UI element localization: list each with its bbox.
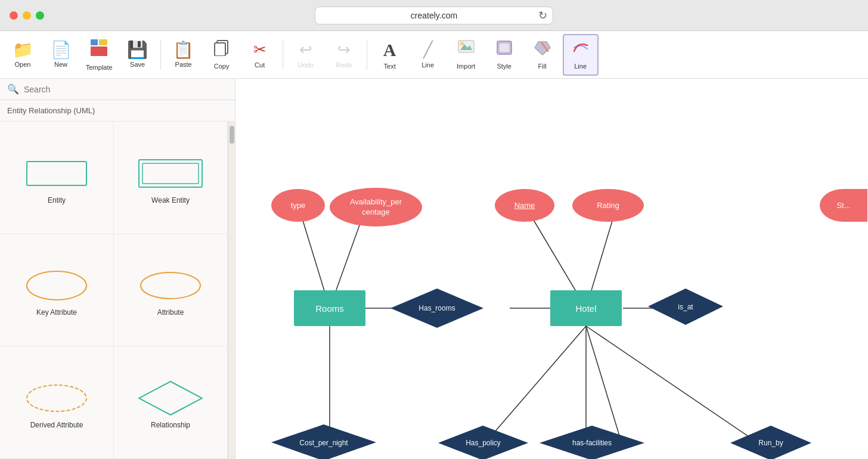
weak-entity-shape-svg xyxy=(138,156,203,191)
maximize-button[interactable] xyxy=(36,11,44,20)
shape-attribute[interactable]: Attribute xyxy=(114,234,228,347)
has-facilities-label: has-facilities xyxy=(572,439,612,447)
search-icon: 🔍 xyxy=(7,83,19,95)
rel-run-by[interactable]: Run_by xyxy=(729,424,813,459)
line-label: Line xyxy=(421,61,434,69)
line-button[interactable]: ╱ Line xyxy=(410,34,446,76)
svg-rect-1 xyxy=(99,39,107,45)
attribute-shape-svg xyxy=(138,268,203,303)
line2-label: Line xyxy=(574,63,587,70)
sidebar: 🔍 Entity Relationship (UML) Entity xyxy=(0,79,235,459)
fill-button[interactable]: Fill xyxy=(525,34,560,76)
open-button[interactable]: 📁 Open xyxy=(5,34,41,76)
svg-rect-4 xyxy=(215,43,225,56)
sidebar-category: Entity Relationship (UML) xyxy=(0,100,235,122)
url-bar[interactable]: creately.com xyxy=(315,7,553,24)
attr-availability[interactable]: Availability_percentage xyxy=(330,188,422,227)
titlebar: creately.com ↻ xyxy=(0,0,868,31)
rel-has-policy[interactable]: Has_policy xyxy=(437,424,529,459)
cost-label: Cost_per_night xyxy=(299,439,348,447)
paste-button[interactable]: 📋 Paste xyxy=(166,34,202,76)
has-rooms-label: Has_rooms xyxy=(418,304,455,312)
shape-weak-entity[interactable]: Weak Entity xyxy=(114,122,228,234)
scrollbar[interactable] xyxy=(228,122,235,459)
import-button[interactable]: Import xyxy=(448,34,484,76)
redo-label: Redo xyxy=(336,61,351,69)
paste-label: Paste xyxy=(175,61,192,68)
svg-rect-13 xyxy=(142,163,199,184)
divider-2 xyxy=(283,40,283,70)
traffic-lights xyxy=(10,11,44,20)
entity-label: Entity xyxy=(48,196,66,204)
cut-button[interactable]: ✂ Cut xyxy=(242,34,278,76)
shape-entity[interactable]: Entity xyxy=(0,122,114,234)
attr-rating-label: Rating xyxy=(597,201,619,210)
toolbar: 📁 Open 📄 New Template 💾 Save 📋 Paste xyxy=(0,31,868,79)
redo-icon: ↪ xyxy=(337,41,351,59)
close-button[interactable] xyxy=(10,11,18,20)
open-icon: 📁 xyxy=(13,42,33,58)
entity-shape-svg xyxy=(24,156,89,191)
search-input[interactable] xyxy=(24,85,228,94)
derived-attribute-label: Derived Attribute xyxy=(30,421,83,429)
search-bar: 🔍 xyxy=(0,79,235,100)
has-policy-label: Has_policy xyxy=(466,439,501,447)
cut-icon: ✂ xyxy=(253,41,266,59)
scrollbar-thumb xyxy=(230,126,234,144)
derived-attr-svg xyxy=(24,380,89,416)
undo-label: Undo xyxy=(297,61,313,69)
svg-point-7 xyxy=(460,42,464,45)
main-layout: 🔍 Entity Relationship (UML) Entity xyxy=(0,79,868,459)
canvas-lines xyxy=(235,79,868,459)
attr-status-label: St... xyxy=(836,201,850,210)
entity-hotel[interactable]: Hotel xyxy=(550,290,622,326)
open-label: Open xyxy=(15,61,31,68)
style-button[interactable]: Style xyxy=(486,34,522,76)
svg-rect-11 xyxy=(27,162,86,185)
rel-is-at[interactable]: is_at xyxy=(647,287,724,326)
relationship-label: Relationship xyxy=(151,421,190,429)
minimize-button[interactable] xyxy=(23,11,31,20)
template-icon xyxy=(89,38,108,61)
rel-has-rooms[interactable]: Has_rooms xyxy=(389,287,485,329)
new-label: New xyxy=(54,61,67,68)
attr-name[interactable]: Name xyxy=(495,189,554,222)
text-button[interactable]: A Text xyxy=(372,34,408,76)
style-label: Style xyxy=(497,63,511,70)
shape-derived-attribute[interactable]: Derived Attribute xyxy=(0,346,114,459)
line2-icon xyxy=(572,39,590,60)
shapes-grid: Entity Weak Entity Key Attribute xyxy=(0,122,228,459)
redo-button[interactable]: ↪ Redo xyxy=(326,34,362,76)
key-attribute-label: Key Attribute xyxy=(36,308,77,317)
divider-1 xyxy=(160,40,161,70)
text-icon: A xyxy=(383,40,396,60)
relationship-svg xyxy=(138,380,203,416)
canvas[interactable]: type Availability_percentage Name Rating… xyxy=(235,79,868,459)
undo-button[interactable]: ↩ Undo xyxy=(288,34,324,76)
copy-label: Copy xyxy=(214,63,230,70)
attr-type[interactable]: type xyxy=(271,189,325,222)
svg-point-14 xyxy=(27,271,86,300)
entity-rooms[interactable]: Rooms xyxy=(294,290,365,326)
attr-availability-label: Availability_percentage xyxy=(350,197,402,218)
fill-label: Fill xyxy=(538,63,547,70)
run-by-label: Run_by xyxy=(758,439,783,447)
is-at-label: is_at xyxy=(678,303,693,311)
attr-status[interactable]: St... xyxy=(820,189,867,222)
save-button[interactable]: 💾 Save xyxy=(120,34,156,76)
new-button[interactable]: 📄 New xyxy=(43,34,79,76)
template-button[interactable]: Template xyxy=(81,34,117,76)
rel-cost-per-night[interactable]: Cost_per_night xyxy=(270,423,377,459)
rel-has-facilities[interactable]: has-facilities xyxy=(538,424,646,459)
svg-rect-9 xyxy=(500,44,509,52)
refresh-icon[interactable]: ↻ xyxy=(538,9,749,22)
svg-marker-17 xyxy=(139,382,202,415)
shape-key-attribute[interactable]: Key Attribute xyxy=(0,234,114,347)
svg-point-15 xyxy=(141,272,200,299)
line-icon: ╱ xyxy=(423,41,433,59)
shape-relationship[interactable]: Relationship xyxy=(114,346,228,459)
copy-button[interactable]: Copy xyxy=(204,34,240,76)
line2-button[interactable]: Line xyxy=(563,34,599,76)
save-label: Save xyxy=(130,61,145,68)
attr-rating[interactable]: Rating xyxy=(572,189,644,222)
